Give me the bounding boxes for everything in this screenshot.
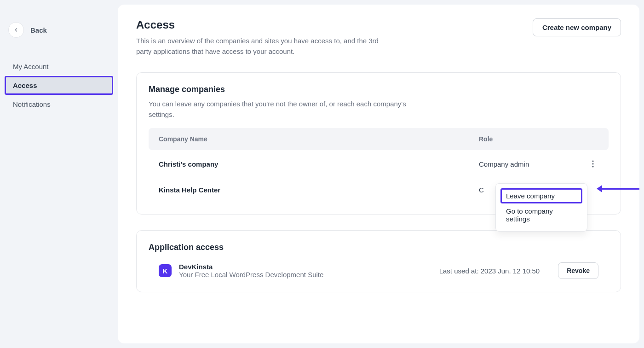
col-header-name: Company Name [159, 135, 479, 143]
sidebar: Back My Account Access Notifications [0, 0, 118, 348]
main-content: Access This is an overview of the compan… [118, 0, 644, 348]
back-label: Back [30, 26, 47, 34]
svg-point-0 [592, 160, 593, 162]
sidebar-item-my-account[interactable]: My Account [5, 57, 113, 76]
page-subtitle: This is an overview of the companies and… [136, 36, 394, 57]
app-icon: K [159, 264, 172, 277]
app-last-used: Last used at: 2023 Jun. 12 10:50 [439, 267, 540, 275]
app-name: DevKinsta [179, 263, 432, 271]
application-access-panel: Application access K DevKinsta Your Free… [136, 230, 621, 292]
panel-title: Manage companies [149, 85, 609, 94]
row-actions-menu: Leave company Go to company settings [495, 183, 587, 232]
sidebar-item-notifications[interactable]: Notifications [5, 95, 113, 114]
app-icon-letter: K [163, 267, 168, 275]
app-row: K DevKinsta Your Free Local WordPress De… [149, 257, 609, 280]
company-name: Christi's company [159, 160, 479, 168]
kebab-icon [592, 160, 594, 168]
sidebar-item-label: Notifications [13, 100, 51, 108]
panel-desc: You can leave any companies that you're … [149, 99, 406, 120]
revoke-button[interactable]: Revoke [558, 262, 598, 279]
annotation-arrow-icon [601, 188, 639, 190]
sidebar-item-label: Access [13, 81, 37, 89]
app-desc: Your Free Local WordPress Development Su… [179, 271, 432, 278]
col-header-role: Role [479, 135, 598, 143]
table-row: Christi's company Company admin [149, 150, 609, 178]
menu-item-leave-company[interactable]: Leave company [500, 188, 582, 203]
sidebar-item-label: My Account [13, 63, 49, 70]
page-title: Access [136, 18, 394, 31]
manage-companies-panel: Manage companies You can leave any compa… [136, 72, 621, 215]
svg-point-1 [592, 163, 593, 164]
company-role: Company admin [479, 160, 529, 168]
sidebar-item-access[interactable]: Access [5, 76, 113, 95]
menu-item-company-settings[interactable]: Go to company settings [500, 203, 582, 226]
companies-table: Company Name Role Christi's company Comp… [149, 128, 609, 202]
company-role: C [479, 186, 484, 194]
back-arrow-icon [8, 22, 24, 38]
svg-point-2 [592, 166, 593, 167]
row-actions-button[interactable] [587, 158, 598, 169]
company-name: Kinsta Help Center [159, 186, 479, 194]
back-button[interactable]: Back [5, 22, 113, 38]
panel-title: Application access [149, 243, 609, 252]
table-header: Company Name Role [149, 128, 609, 150]
create-company-button[interactable]: Create new company [533, 18, 621, 36]
